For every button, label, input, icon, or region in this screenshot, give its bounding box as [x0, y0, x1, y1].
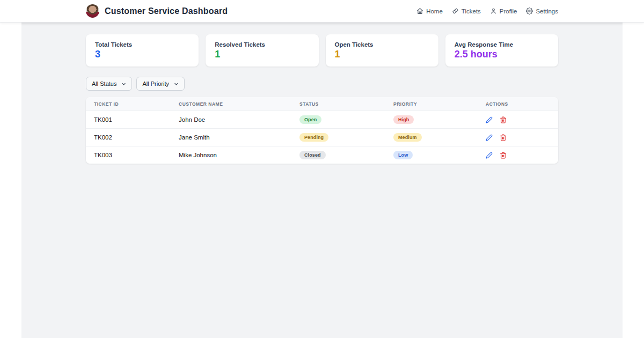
- customer-name: Mike Johnson: [179, 152, 299, 158]
- table-row: TK002 Jane Smith Pending Medium: [86, 128, 558, 146]
- stat-value: 1: [215, 49, 309, 60]
- stat-card-open-tickets: Open Tickets 1: [326, 34, 438, 67]
- row-actions: [486, 134, 550, 141]
- content-area: Total Tickets 3 Resolved Tickets 1 Open …: [21, 23, 623, 338]
- status-badge: Open: [299, 115, 321, 124]
- nav-item-tickets[interactable]: Tickets: [452, 8, 481, 14]
- profile-icon: [490, 8, 497, 14]
- column-header-ticket-id: Ticket ID: [94, 101, 179, 107]
- user-avatar[interactable]: [86, 4, 99, 18]
- column-header-status: Status: [299, 101, 393, 107]
- ticket-icon: [452, 8, 459, 14]
- ticket-id: TK002: [94, 134, 179, 141]
- trash-icon[interactable]: [500, 152, 507, 159]
- chevron-down-icon: [174, 82, 179, 86]
- tickets-table: Ticket ID Customer Name Status Priority …: [86, 97, 558, 164]
- table-row: TK001 John Doe Open High: [86, 111, 558, 128]
- stat-card-avg-response-time: Avg Response Time 2.5 hours: [445, 34, 558, 67]
- status-filter-value: All Status: [92, 80, 116, 87]
- nav-label-tickets: Tickets: [462, 8, 481, 14]
- trash-icon[interactable]: [500, 116, 507, 123]
- chevron-down-icon: [121, 82, 126, 86]
- nav-label-home: Home: [426, 8, 443, 14]
- priority-badge: Medium: [393, 133, 422, 142]
- nav-label-profile: Profile: [500, 8, 517, 14]
- nav-item-home[interactable]: Home: [416, 8, 443, 14]
- table-header-row: Ticket ID Customer Name Status Priority …: [86, 97, 558, 111]
- nav-item-settings[interactable]: Settings: [526, 8, 558, 14]
- main-nav: Home Tickets Profile Settings: [416, 8, 558, 14]
- nav-label-settings: Settings: [536, 8, 558, 14]
- status-badge: Closed: [299, 151, 326, 159]
- ticket-id: TK001: [94, 116, 179, 123]
- customer-name: Jane Smith: [179, 134, 299, 141]
- priority-filter-dropdown[interactable]: All Priority: [136, 77, 185, 91]
- column-header-customer-name: Customer Name: [179, 101, 299, 107]
- stat-label: Avg Response Time: [455, 41, 549, 48]
- status-filter-dropdown[interactable]: All Status: [86, 77, 132, 91]
- stat-label: Resolved Tickets: [215, 41, 309, 48]
- customer-name: John Doe: [179, 116, 299, 123]
- page-title: Customer Service Dashboard: [105, 6, 228, 16]
- trash-icon[interactable]: [500, 134, 507, 141]
- stat-card-total-tickets: Total Tickets 3: [86, 34, 199, 67]
- row-actions: [486, 152, 550, 159]
- app-header: Customer Service Dashboard Home Tickets …: [0, 0, 644, 23]
- stat-value: 1: [335, 49, 429, 60]
- edit-icon[interactable]: [486, 116, 493, 123]
- priority-badge: Low: [393, 151, 413, 159]
- stats-row: Total Tickets 3 Resolved Tickets 1 Open …: [86, 34, 558, 67]
- edit-icon[interactable]: [486, 152, 493, 159]
- gear-icon: [526, 8, 533, 14]
- status-badge: Pending: [299, 133, 328, 142]
- nav-item-profile[interactable]: Profile: [490, 8, 517, 14]
- ticket-id: TK003: [94, 152, 179, 158]
- row-actions: [486, 116, 550, 123]
- home-icon: [416, 8, 423, 14]
- priority-badge: High: [393, 115, 414, 124]
- filters-row: All Status All Priority: [86, 77, 558, 91]
- priority-filter-value: All Priority: [142, 80, 169, 87]
- column-header-priority: Priority: [393, 101, 486, 107]
- stat-label: Open Tickets: [335, 41, 429, 48]
- stat-value: 3: [95, 49, 189, 60]
- stat-label: Total Tickets: [95, 41, 189, 48]
- stat-value: 2.5 hours: [455, 49, 549, 60]
- table-row: TK003 Mike Johnson Closed Low: [86, 146, 558, 164]
- edit-icon[interactable]: [486, 134, 493, 141]
- table-body: TK001 John Doe Open High TK002 Jane Smit…: [86, 111, 558, 164]
- column-header-actions: Actions: [486, 101, 550, 107]
- brand: Customer Service Dashboard: [86, 4, 228, 18]
- stat-card-resolved-tickets: Resolved Tickets 1: [206, 34, 318, 67]
